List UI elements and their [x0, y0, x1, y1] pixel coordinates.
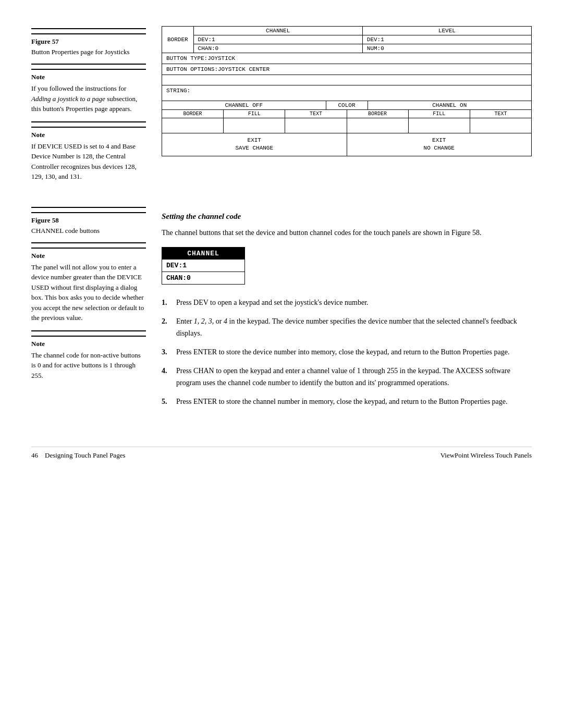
section-heading: Setting the channel code [162, 212, 532, 221]
bp-top-row: BORDER CHANNEL DEV:1 CHAN:0 LEVEL DEV:1 … [162, 27, 531, 53]
bp-color-label: COLOR [326, 101, 368, 109]
note1-italic: Adding a joystick to a page [31, 95, 105, 103]
note2-text: If DEVICE USED is set to 4 and Base Devi… [31, 141, 146, 182]
cd-header: CHANNEL [162, 248, 244, 260]
bp-val-3 [285, 118, 347, 133]
bp-level-header: LEVEL [363, 27, 531, 35]
cd-chan: CHAN:0 [162, 272, 244, 284]
bp-level-dev: DEV:1 [363, 35, 531, 44]
bp-col-fill2: FILL [409, 110, 470, 118]
bp-col-fill1: FILL [224, 110, 285, 118]
right-col-fig57: BORDER CHANNEL DEV:1 CHAN:0 LEVEL DEV:1 … [162, 21, 532, 189]
bp-color-section: CHANNEL OFF COLOR CHANNEL ON BORDER FILL… [162, 101, 531, 133]
bp-button-options: BUTTON OPTIONS:JOYSTICK CENTER [162, 64, 531, 75]
bp-col-text1: TEXT [285, 110, 347, 118]
note4-text: The channel code for non-active buttons … [31, 350, 146, 381]
cd-dev: DEV:1 [162, 260, 244, 272]
bp-col-border1: BORDER [162, 110, 224, 118]
bp-exit-row: EXITSAVE CHANGE EXITNO CHANGE [162, 133, 531, 156]
bp-string: STRING: [162, 85, 531, 101]
footer-page-num: 46 [31, 451, 38, 459]
bp-border-label: BORDER [162, 27, 194, 53]
bp-chan0: CHAN:0 [194, 44, 362, 53]
divider-note4 [31, 330, 146, 331]
left-col-fig57: Figure 57 Button Properties page for Joy… [31, 21, 146, 189]
footer-left-text: Designing Touch Panel Pages [45, 451, 125, 459]
bp-val-2 [224, 118, 285, 133]
note1-text: If you followed the instructions for Add… [31, 83, 146, 114]
bp-dev1: DEV:1 [194, 35, 362, 44]
step5-num: 5. [162, 396, 171, 408]
footer-right: ViewPoint Wireless Touch Panels [440, 451, 532, 460]
note1-label: Note [31, 69, 146, 81]
bp-val-5 [409, 118, 470, 133]
bp-channel-group: CHANNEL DEV:1 CHAN:0 [194, 27, 363, 53]
bp-exit-save: EXITSAVE CHANGE [162, 133, 347, 156]
bp-color-top: CHANNEL OFF COLOR CHANNEL ON [162, 101, 531, 110]
right-col-channel: Setting the channel code The channel but… [162, 200, 532, 415]
channel-diagram: CHANNEL DEV:1 CHAN:0 [162, 247, 245, 285]
step5-text: Press ENTER to store the channel number … [176, 396, 532, 408]
page-footer: 46 Designing Touch Panel Pages ViewPoint… [31, 447, 532, 460]
step1-num: 1. [162, 297, 171, 309]
bp-exit-no: EXITNO CHANGE [347, 133, 532, 156]
bp-val-4 [347, 118, 409, 133]
step3-num: 3. [162, 347, 171, 358]
step2-text: Enter 1, 2, 3, or 4 in the keypad. The d… [176, 316, 532, 339]
note2-label: Note [31, 127, 146, 139]
figure58-caption: CHANNEL code buttons [31, 227, 146, 235]
bp-level-num: NUM:0 [363, 44, 531, 53]
divider-fig58 [31, 207, 146, 208]
bp-channel-header: CHANNEL [194, 27, 362, 35]
bp-col-text2: TEXT [470, 110, 531, 118]
divider-note2 [31, 121, 146, 122]
note4-label: Note [31, 336, 146, 348]
bp-level-group: LEVEL DEV:1 NUM:0 [363, 27, 531, 53]
bp-color-values [162, 118, 531, 133]
step1-text: Press DEV to open a keypad and set the j… [176, 297, 532, 309]
step-4: 4. Press CHAN to open the keypad and ent… [162, 365, 532, 389]
bp-button-type: BUTTON TYPE:JOYSTICK [162, 53, 531, 64]
step4-num: 4. [162, 365, 171, 389]
step4-text: Press CHAN to open the keypad and enter … [176, 365, 532, 389]
section-channel-code: Figure 58 CHANNEL code buttons Note The … [31, 200, 532, 415]
step3-text: Press ENTER to store the device number i… [176, 347, 532, 358]
bp-col-border2: BORDER [347, 110, 409, 118]
section-body: The channel buttons that set the device … [162, 227, 532, 239]
steps-list: 1. Press DEV to open a keypad and set th… [162, 297, 532, 408]
step-2: 2. Enter 1, 2, 3, or 4 in the keypad. Th… [162, 316, 532, 339]
step-3: 3. Press ENTER to store the device numbe… [162, 347, 532, 358]
bp-channel-on: CHANNEL ON [368, 101, 532, 109]
divider-fig57 [31, 28, 146, 29]
note3-label: Note [31, 248, 146, 260]
divider-note1 [31, 64, 146, 65]
page-layout: Figure 57 Button Properties page for Joy… [31, 21, 532, 460]
bp-channel-off: CHANNEL OFF [162, 101, 326, 109]
bp-spacer [162, 75, 531, 85]
bp-val-1 [162, 118, 224, 133]
step2-num: 2. [162, 316, 171, 339]
bp-val-6 [470, 118, 531, 133]
footer-left: 46 Designing Touch Panel Pages [31, 451, 125, 460]
left-col-fig58: Figure 58 CHANNEL code buttons Note The … [31, 200, 146, 415]
note3-text: The panel will not allow you to enter a … [31, 262, 146, 323]
figure58-label: Figure 58 [31, 212, 146, 225]
divider-note3 [31, 242, 146, 243]
figure57-caption: Button Properties page for Joysticks [31, 48, 146, 56]
bp-diagram: BORDER CHANNEL DEV:1 CHAN:0 LEVEL DEV:1 … [162, 26, 532, 156]
figure57-section: Figure 57 Button Properties page for Joy… [31, 21, 532, 189]
figure57-label: Figure 57 [31, 33, 146, 46]
bp-color-headers: BORDER FILL TEXT BORDER FILL TEXT [162, 110, 531, 118]
step-1: 1. Press DEV to open a keypad and set th… [162, 297, 532, 309]
step-5: 5. Press ENTER to store the channel numb… [162, 396, 532, 408]
